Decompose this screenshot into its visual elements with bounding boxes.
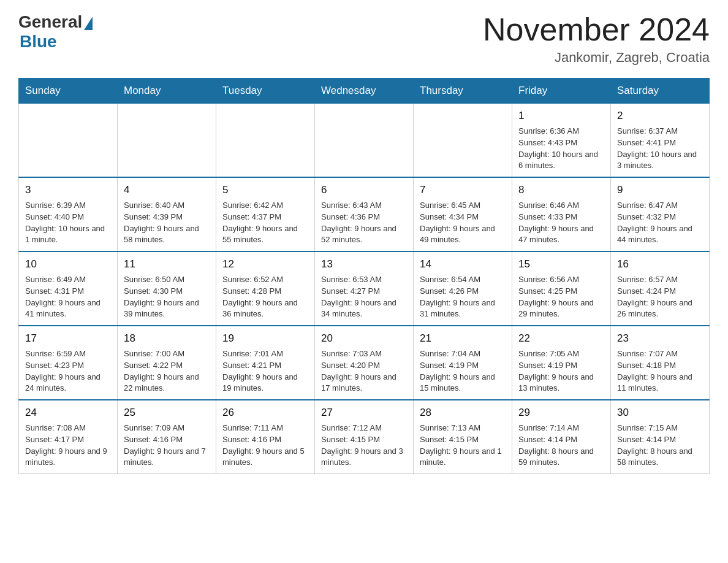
day-info-text: Sunset: 4:14 PM (518, 434, 604, 446)
days-of-week-row: SundayMondayTuesdayWednesdayThursdayFrid… (19, 79, 710, 104)
calendar-cell: 23Sunrise: 7:07 AMSunset: 4:18 PMDayligh… (611, 326, 710, 400)
day-info-text: Daylight: 8 hours and 58 minutes. (617, 446, 703, 469)
location: Jankomir, Zagreb, Croatia (483, 50, 710, 66)
day-info-text: Sunset: 4:22 PM (124, 360, 210, 372)
day-number: 14 (420, 257, 506, 272)
day-number: 23 (617, 331, 703, 347)
day-info-text: Daylight: 9 hours and 15 minutes. (420, 372, 506, 395)
day-info-text: Sunset: 4:34 PM (420, 212, 506, 223)
calendar-cell: 22Sunrise: 7:05 AMSunset: 4:19 PMDayligh… (512, 326, 611, 400)
day-info-text: Daylight: 9 hours and 31 minutes. (420, 297, 506, 321)
calendar-cell: 26Sunrise: 7:11 AMSunset: 4:16 PMDayligh… (216, 400, 315, 474)
day-info-text: Sunset: 4:31 PM (25, 286, 111, 297)
day-info-text: Sunrise: 6:52 AM (222, 274, 308, 286)
day-info-text: Sunset: 4:18 PM (617, 360, 703, 372)
calendar-cell: 3Sunrise: 6:39 AMSunset: 4:40 PMDaylight… (19, 177, 118, 251)
day-info-text: Sunset: 4:27 PM (321, 286, 407, 297)
calendar-cell (315, 104, 414, 178)
calendar-cell: 11Sunrise: 6:50 AMSunset: 4:30 PMDayligh… (118, 251, 216, 326)
day-info-text: Sunrise: 6:45 AM (420, 200, 506, 212)
calendar-week-row: 17Sunrise: 6:59 AMSunset: 4:23 PMDayligh… (19, 326, 710, 400)
day-number: 17 (25, 331, 111, 347)
calendar-cell: 17Sunrise: 6:59 AMSunset: 4:23 PMDayligh… (19, 326, 118, 400)
day-info-text: Daylight: 9 hours and 49 minutes. (420, 223, 506, 247)
calendar-cell: 12Sunrise: 6:52 AMSunset: 4:28 PMDayligh… (216, 251, 315, 326)
day-info-text: Sunset: 4:19 PM (518, 360, 604, 372)
day-info-text: Daylight: 9 hours and 36 minutes. (222, 297, 308, 321)
day-number: 16 (617, 257, 703, 272)
calendar-cell: 13Sunrise: 6:53 AMSunset: 4:27 PMDayligh… (315, 251, 414, 326)
day-info-text: Sunset: 4:25 PM (518, 286, 604, 297)
calendar-cell: 7Sunrise: 6:45 AMSunset: 4:34 PMDaylight… (414, 177, 512, 251)
day-number: 10 (25, 257, 111, 272)
day-number: 21 (420, 331, 506, 347)
day-number: 20 (321, 331, 407, 347)
calendar-cell: 20Sunrise: 7:03 AMSunset: 4:20 PMDayligh… (315, 326, 414, 400)
day-number: 15 (518, 257, 604, 272)
calendar-cell: 16Sunrise: 6:57 AMSunset: 4:24 PMDayligh… (611, 251, 710, 326)
day-info-text: Sunrise: 7:05 AM (518, 348, 604, 360)
day-info-text: Sunset: 4:19 PM (420, 360, 506, 372)
day-of-week-header: Wednesday (315, 79, 414, 104)
day-info-text: Daylight: 9 hours and 29 minutes. (518, 297, 604, 321)
logo-blue-text: Blue (20, 32, 57, 52)
day-number: 27 (321, 405, 407, 421)
day-info-text: Sunrise: 6:37 AM (617, 126, 703, 137)
day-number: 2 (617, 109, 703, 124)
day-info-text: Sunrise: 7:09 AM (124, 423, 210, 434)
day-info-text: Sunset: 4:33 PM (518, 212, 604, 223)
day-info-text: Daylight: 9 hours and 39 minutes. (124, 297, 210, 321)
day-number: 29 (518, 405, 604, 421)
day-info-text: Sunrise: 6:43 AM (321, 200, 407, 212)
day-info-text: Sunrise: 6:39 AM (25, 200, 111, 212)
day-number: 5 (222, 183, 308, 198)
day-info-text: Sunrise: 7:00 AM (124, 348, 210, 360)
logo: General Blue (18, 12, 93, 52)
day-info-text: Daylight: 9 hours and 11 minutes. (617, 372, 703, 395)
calendar-cell: 19Sunrise: 7:01 AMSunset: 4:21 PMDayligh… (216, 326, 315, 400)
day-info-text: Sunrise: 6:49 AM (25, 274, 111, 286)
day-info-text: Sunrise: 7:12 AM (321, 423, 407, 434)
calendar-cell: 24Sunrise: 7:08 AMSunset: 4:17 PMDayligh… (19, 400, 118, 474)
calendar-cell: 8Sunrise: 6:46 AMSunset: 4:33 PMDaylight… (512, 177, 611, 251)
day-info-text: Sunrise: 7:03 AM (321, 348, 407, 360)
day-of-week-header: Tuesday (216, 79, 315, 104)
day-number: 30 (617, 405, 703, 421)
day-info-text: Sunset: 4:15 PM (420, 434, 506, 446)
logo-general-text: General (18, 12, 82, 32)
day-info-text: Sunrise: 6:47 AM (617, 200, 703, 212)
day-number: 28 (420, 405, 506, 421)
calendar-cell (414, 104, 512, 178)
day-info-text: Sunset: 4:16 PM (124, 434, 210, 446)
calendar-body: 1Sunrise: 6:36 AMSunset: 4:43 PMDaylight… (19, 104, 710, 474)
day-info-text: Sunrise: 7:15 AM (617, 423, 703, 434)
day-info-text: Sunset: 4:23 PM (25, 360, 111, 372)
day-info-text: Sunset: 4:43 PM (518, 137, 604, 149)
day-info-text: Sunrise: 6:59 AM (25, 348, 111, 360)
day-info-text: Daylight: 10 hours and 3 minutes. (617, 149, 703, 172)
calendar-cell (118, 104, 216, 178)
day-info-text: Sunrise: 6:50 AM (124, 274, 210, 286)
day-number: 13 (321, 257, 407, 272)
day-info-text: Daylight: 9 hours and 52 minutes. (321, 223, 407, 247)
calendar-cell: 4Sunrise: 6:40 AMSunset: 4:39 PMDaylight… (118, 177, 216, 251)
day-of-week-header: Monday (118, 79, 216, 104)
calendar-table: SundayMondayTuesdayWednesdayThursdayFrid… (18, 78, 710, 474)
day-info-text: Daylight: 8 hours and 59 minutes. (518, 446, 604, 469)
day-number: 24 (25, 405, 111, 421)
calendar-cell: 15Sunrise: 6:56 AMSunset: 4:25 PMDayligh… (512, 251, 611, 326)
day-info-text: Daylight: 9 hours and 44 minutes. (617, 223, 703, 247)
day-of-week-header: Saturday (611, 79, 710, 104)
day-info-text: Sunrise: 6:56 AM (518, 274, 604, 286)
day-number: 25 (124, 405, 210, 421)
day-info-text: Sunrise: 7:01 AM (222, 348, 308, 360)
day-number: 8 (518, 183, 604, 198)
day-info-text: Daylight: 9 hours and 22 minutes. (124, 372, 210, 395)
day-info-text: Sunset: 4:30 PM (124, 286, 210, 297)
day-info-text: Sunrise: 6:57 AM (617, 274, 703, 286)
day-info-text: Sunset: 4:40 PM (25, 212, 111, 223)
day-info-text: Sunset: 4:41 PM (617, 137, 703, 149)
calendar-week-row: 1Sunrise: 6:36 AMSunset: 4:43 PMDaylight… (19, 104, 710, 178)
calendar-cell: 30Sunrise: 7:15 AMSunset: 4:14 PMDayligh… (611, 400, 710, 474)
day-number: 12 (222, 257, 308, 272)
